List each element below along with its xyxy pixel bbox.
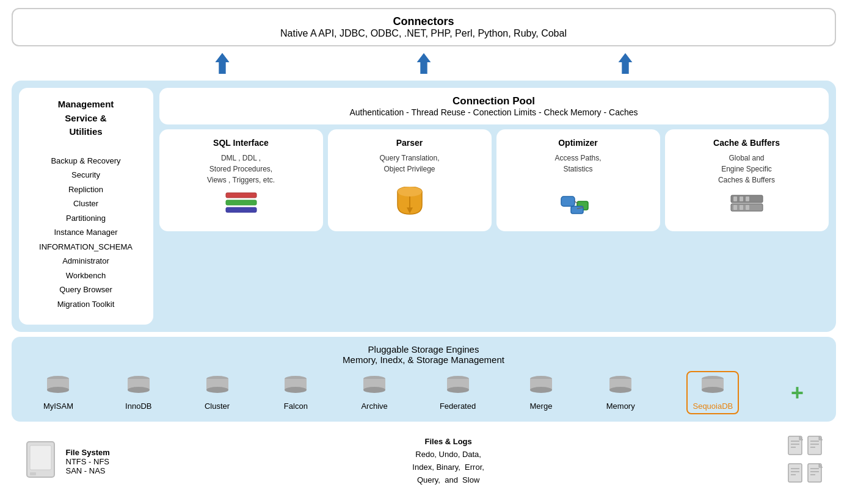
box-optimizer-title: Optimizer: [558, 138, 598, 148]
files-title: Files & Logs: [128, 436, 769, 448]
item-partitioning: Partitioning: [27, 212, 145, 225]
fs-middle: Files & Logs Redo, Undo, Data, Index, Bi…: [128, 436, 769, 486]
fs-left: File System NTFS - NFS SAN - NAS: [24, 441, 110, 483]
item-replication: Repliction: [27, 184, 145, 196]
engine-archive: Archive: [361, 375, 388, 411]
connectors-subtitle: Native A API, JDBC, ODBC, .NET, PHP, Per…: [25, 28, 823, 39]
svg-rect-64: [788, 464, 802, 482]
svg-marker-2: [416, 53, 431, 74]
svg-rect-6: [226, 207, 256, 212]
box-sql-desc: DML , DDL ,Stored Procedures,Views , Tri…: [207, 153, 275, 185]
engine-archive-label: Archive: [361, 401, 387, 411]
engine-sequoiadb-label: SequoiaDB: [693, 401, 733, 411]
box-parser-desc: Query Translation,Object Privilege: [379, 153, 439, 175]
svg-point-8: [398, 187, 422, 196]
svg-point-38: [363, 387, 385, 393]
engine-memory: Memory: [606, 375, 635, 411]
svg-rect-52: [30, 445, 51, 470]
svg-rect-53: [30, 472, 36, 475]
engine-innodb-label: InnoDB: [125, 401, 151, 411]
svg-point-32: [206, 387, 228, 393]
filesystem-section: File System NTFS - NFS SAN - NAS Files &…: [12, 427, 836, 496]
management-title: ManagementService &Utilities: [27, 98, 145, 139]
item-workbench: Workbench: [27, 270, 145, 282]
doc-icon-4: [807, 463, 824, 488]
fs-title: File System: [66, 448, 110, 457]
box-parser: Parser Query Translation,Object Privileg…: [328, 129, 492, 231]
add-engine-button[interactable]: +: [791, 380, 804, 406]
box-cache-desc: Global andEngine SpecificCaches & Buffer…: [718, 153, 775, 185]
storage-engines-row: MyISAM InnoDB Cluster Falcon Archive: [19, 371, 829, 414]
plus-icon: +: [791, 380, 804, 406]
doc-icon-1: [787, 435, 804, 460]
middle-section: ManagementService &Utilities Backup & Re…: [12, 81, 836, 332]
item-infoschema: INFORMATION_SCHEMA: [27, 241, 145, 253]
svg-point-41: [447, 387, 469, 393]
svg-rect-20: [746, 196, 749, 201]
svg-rect-23: [746, 205, 749, 210]
arrow-3-svg: [614, 52, 637, 75]
svg-rect-18: [733, 196, 737, 201]
engine-sequoiadb[interactable]: SequoiaDB: [686, 371, 739, 414]
optimizer-icon: [560, 190, 597, 223]
doc-icon-2: [807, 435, 824, 460]
main-container: Connectors Native A API, JDBC, ODBC, .NE…: [12, 8, 836, 496]
files-desc: Redo, Undo, Data, Index, Binary, Error, …: [128, 448, 769, 486]
svg-rect-13: [571, 206, 583, 214]
box-sql-title: SQL Interface: [213, 138, 269, 148]
box-cache: Cache & Buffers Global andEngine Specifi…: [665, 129, 829, 231]
engine-myisam: MyISAM: [43, 375, 73, 411]
svg-point-35: [285, 387, 307, 393]
arrow-1-svg: [211, 52, 234, 75]
svg-rect-22: [740, 205, 743, 210]
svg-point-50: [702, 387, 724, 393]
engine-merge: Merge: [528, 375, 554, 411]
right-area: Connection Pool Authentication - Thread …: [159, 88, 829, 325]
filesystem-icon: [24, 441, 57, 483]
arrow-3: [614, 52, 637, 75]
engine-cluster: Cluster: [204, 375, 231, 411]
svg-point-44: [530, 387, 552, 393]
storage-header: Pluggable Storage Engines Memory, Inedx,…: [19, 344, 829, 365]
item-querybrowser: Query Browser: [27, 284, 145, 296]
doc-grid: [787, 435, 824, 488]
engine-federated-label: Federated: [440, 401, 476, 411]
arrow-2-svg: [412, 52, 435, 75]
item-security: Security: [27, 169, 145, 181]
engine-innodb: InnoDB: [125, 375, 152, 411]
item-cluster: Cluster: [27, 198, 145, 210]
arrow-2: [412, 52, 435, 75]
arrow-1: [211, 52, 234, 75]
engine-falcon: Falcon: [282, 375, 309, 411]
fs-text: File System NTFS - NFS SAN - NAS: [66, 448, 110, 475]
engine-cluster-label: Cluster: [205, 401, 230, 411]
connection-pool: Connection Pool Authentication - Thread …: [159, 88, 829, 124]
cache-icon: [729, 190, 765, 223]
engine-myisam-label: MyISAM: [43, 401, 73, 411]
svg-point-29: [128, 387, 150, 393]
box-parser-title: Parser: [396, 138, 423, 148]
box-optimizer-desc: Access Paths,Statistics: [554, 153, 601, 175]
engine-falcon-label: Falcon: [284, 401, 308, 411]
fs-desc: NTFS - NFS SAN - NAS: [66, 457, 110, 475]
svg-point-26: [47, 387, 69, 393]
sql-icon: [225, 190, 258, 223]
storage-subtitle: Memory, Inedx, & Storage Management: [19, 355, 829, 365]
four-boxes: SQL Interface DML , DDL ,Stored Procedur…: [159, 129, 829, 231]
item-backup: Backup & Recovery: [27, 155, 145, 167]
connectors-title: Connectors: [25, 15, 823, 28]
engine-federated: Federated: [440, 375, 476, 411]
svg-marker-3: [618, 53, 632, 74]
cp-subtitle: Authentication - Thread Reuse - Conectio…: [169, 107, 819, 117]
box-optimizer: Optimizer Access Paths,Statistics: [496, 129, 660, 231]
svg-marker-1: [215, 53, 229, 62]
doc-icon-3: [787, 463, 804, 488]
engine-memory-label: Memory: [606, 401, 635, 411]
storage-title: Pluggable Storage Engines: [19, 344, 829, 355]
svg-rect-21: [733, 205, 737, 210]
cp-title: Connection Pool: [169, 95, 819, 107]
box-cache-title: Cache & Buffers: [713, 138, 780, 148]
svg-point-47: [609, 387, 631, 393]
svg-rect-4: [226, 193, 256, 198]
arrows-row: [12, 51, 836, 76]
